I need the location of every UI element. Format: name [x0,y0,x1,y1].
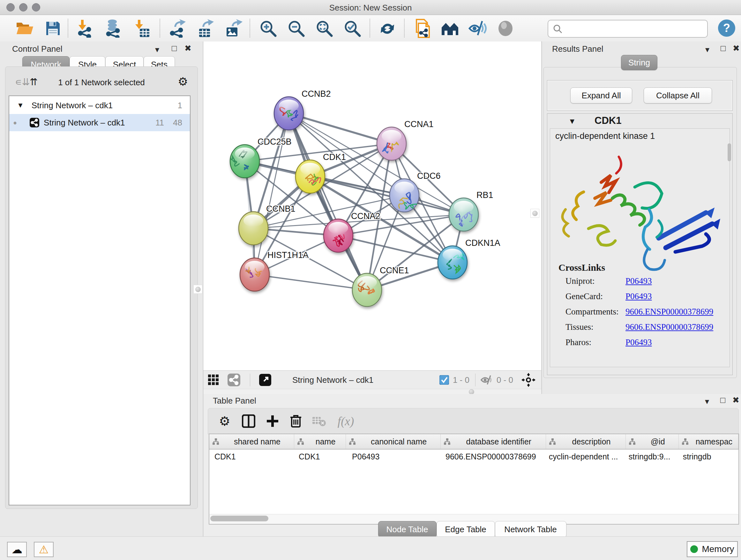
tab-string[interactable]: String [621,55,657,70]
control-panel-close-icon[interactable]: ✖ [185,44,192,52]
export-table-icon[interactable] [195,19,216,37]
search-input[interactable] [565,22,707,36]
graph-node-CDC25B[interactable]: CDC25B [230,137,292,178]
hidden-eye-icon[interactable] [481,375,493,385]
results-panel-close-icon[interactable]: ✖ [733,44,740,52]
network-collection-row[interactable]: ▼ String Network – cdk1 1 [9,97,190,114]
network-view[interactable]: CCNB2CCNA1CDC25BCDK1CDC6RB1CCNB1CCNA2CDK… [203,42,541,389]
show-all-icon[interactable] [495,19,516,37]
collapse-all-button[interactable]: Collapse All [644,87,712,104]
graph-node-CDC6[interactable]: CDC6 [390,171,441,212]
refresh-view-icon[interactable] [377,19,398,37]
show-columns-icon[interactable] [242,415,255,428]
open-session-icon[interactable] [15,19,35,37]
new-network-from-selection-icon[interactable] [412,19,433,37]
import-network-from-file-icon[interactable] [75,19,95,37]
application-window: Session: New Session [0,0,741,560]
save-session-icon[interactable] [43,19,63,37]
tree-expander-icon[interactable]: ▼ [17,101,24,110]
import-network-from-database-icon[interactable] [103,19,123,37]
card-expander-icon[interactable]: ▼ [568,117,576,126]
zoom-out-icon[interactable] [286,19,307,37]
table-panel-close-icon[interactable]: ✖ [732,396,739,404]
delete-table-icon[interactable] [312,416,326,427]
add-column-icon[interactable] [266,415,279,428]
network-share-icon[interactable] [227,374,240,386]
memory-label: Memory [702,544,734,554]
crosslink-value-link[interactable]: P06493 [625,276,652,286]
graph-node-CCNA1[interactable]: CCNA1 [377,119,434,160]
crosslink-value-link[interactable]: P06493 [625,337,652,348]
crosslinks-list: Uniprot:P06493GeneCard:P06493Compartment… [565,276,725,353]
table-row[interactable]: CDK1CDK1P064939606.ENSP00000378699cyclin… [209,449,738,463]
crosslink-value-link[interactable]: 9606.ENSP00000378699 [625,322,713,332]
column-header-namespac[interactable]: namespac [679,434,738,449]
results-scrollbar-thumb[interactable] [728,143,731,161]
table-options-gear-icon[interactable]: ⚙ [219,415,230,428]
table-cell[interactable]: CDK1 [209,452,293,461]
column-header--id[interactable]: @id [626,434,678,449]
import-table-from-file-icon[interactable] [131,19,152,37]
card-title: CDK1 [595,115,621,126]
graph-node-CDKN1A[interactable]: CDKN1A [438,238,500,279]
network-row[interactable]: ● String Network – cdk1 11 48 [9,114,190,131]
control-panel-float-icon[interactable]: □ [172,44,177,52]
table-cell[interactable]: P06493 [347,452,441,461]
tab-node-table[interactable]: Node Table [378,521,436,538]
birdseye-grid-icon[interactable] [208,374,219,386]
table-panel: Table Panel ▾ □ ✖ ⚙ f(x) shared namename… [203,394,741,537]
column-header-canonical-name[interactable]: canonical name [346,434,441,449]
toolbar-separator [159,19,160,37]
table-cell[interactable]: 9606.ENSP00000378699 [441,452,544,461]
column-header-shared-name[interactable]: shared name [209,434,294,449]
results-buttons-row: Expand All Collapse All [547,80,733,111]
zoom-selected-icon[interactable] [342,19,362,37]
delete-column-icon[interactable] [290,414,302,428]
graph-node-CCNE1[interactable]: CCNE1 [352,266,409,307]
export-image-icon[interactable] [223,19,244,37]
right-splitter-handle[interactable] [530,209,539,218]
help-icon[interactable]: ? [718,19,735,37]
open-in-window-icon[interactable] [259,374,271,386]
crosslink-row: Uniprot:P06493 [565,276,725,286]
results-panel-float-icon[interactable]: □ [721,44,726,52]
crosslink-value-link[interactable]: 9606.ENSP00000378699 [625,307,713,317]
export-network-icon[interactable] [167,19,188,37]
table-panel-menu-icon[interactable]: ▾ [705,397,709,406]
table-cell[interactable]: stringdb [678,452,738,461]
function-builder-icon[interactable]: f(x) [338,415,354,428]
control-panel-menu-icon[interactable]: ▾ [155,45,159,54]
table-scrollbar-thumb[interactable] [210,516,268,521]
fit-selected-crosshair-icon[interactable] [522,373,536,387]
table-panel-float-icon[interactable]: □ [720,396,725,404]
graph-node-HIST1H1A[interactable]: HIST1H1A [240,250,309,291]
zoom-fit-icon[interactable] [314,19,334,37]
results-panel-menu-icon[interactable]: ▾ [705,45,710,54]
first-neighbors-icon[interactable] [440,19,460,37]
network-options-gear-icon[interactable]: ⚙ [178,75,188,88]
network-view-title: String Network – cdk1 [292,375,374,385]
table-cell[interactable]: cyclin-dependent ... [544,452,623,461]
table-cell[interactable]: stringdb:9... [623,452,678,461]
cloud-status-button[interactable]: ☁ [7,542,27,557]
column-header-database-identifier[interactable]: database identifier [441,434,546,449]
zoom-in-icon[interactable] [258,19,278,37]
toolbar-search-field[interactable] [548,20,708,38]
warnings-button[interactable]: ⚠ [34,542,54,557]
network-graph[interactable]: CCNB2CCNA1CDC25BCDK1CDC6RB1CCNB1CCNA2CDK… [203,42,541,370]
tab-network-table[interactable]: Network Table [495,521,566,538]
tab-edge-table[interactable]: Edge Table [436,521,495,538]
selected-checkbox-icon[interactable] [440,375,449,385]
status-bar: ☁ ⚠ Memory [0,537,741,560]
graph-node-CCNB1[interactable]: CCNB1 [239,204,295,245]
table-cell[interactable]: CDK1 [293,452,347,461]
expand-all-button[interactable]: Expand All [570,87,632,104]
column-header-name[interactable]: name [294,434,346,449]
hide-selected-icon[interactable] [467,19,488,37]
node-result-card: ▼ CDK1 cyclin-dependent kinase 1 [547,113,733,375]
memory-button[interactable]: Memory [687,541,738,557]
graph-node-RB1[interactable]: RB1 [449,190,493,231]
crosslink-value-link[interactable]: P06493 [625,292,652,301]
column-header-description[interactable]: description [546,434,626,449]
left-splitter-handle[interactable] [193,285,202,294]
